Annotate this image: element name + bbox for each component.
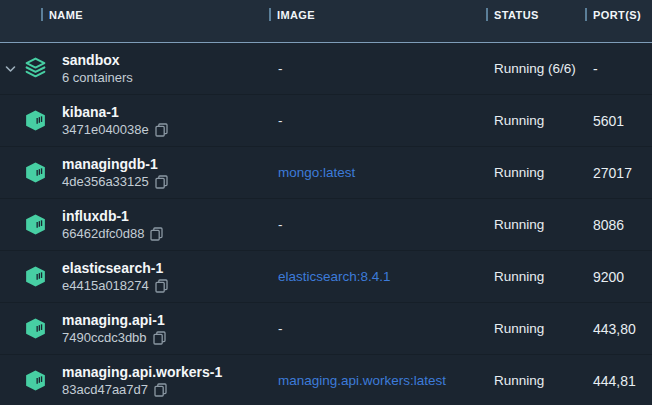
container-id: 4de356a33125 (62, 173, 149, 191)
name-block: managing.api-1 7490ccdc3dbb (62, 311, 166, 347)
row-type-icon (22, 56, 48, 82)
ports-cell: - (593, 61, 652, 77)
ports-cell: 443,80 (593, 321, 652, 337)
copy-icon[interactable] (155, 175, 168, 189)
column-header-image-label: IMAGE (277, 9, 315, 21)
container-name: sandbox (62, 51, 133, 69)
image-cell[interactable]: elasticsearch:8.4.1 (278, 269, 494, 284)
table-row[interactable]: managing.api-1 7490ccdc3dbb - Running 44… (0, 303, 652, 355)
ports-cell: 444,81 (593, 373, 652, 389)
status-cell: Running (494, 321, 593, 336)
column-header-ports[interactable]: PORT(S) (585, 8, 641, 21)
container-id: e4415a018274 (62, 277, 149, 295)
ports-cell: 27017 (593, 165, 652, 181)
copy-icon[interactable] (153, 331, 166, 345)
name-block: sandbox 6 containers (62, 51, 133, 87)
status-cell: Running (494, 373, 593, 388)
status-cell: Running (494, 113, 593, 128)
column-divider (269, 8, 271, 21)
name-cell: sandbox 6 containers (0, 43, 278, 94)
image-cell[interactable]: managing.api.workers:latest (278, 373, 494, 388)
row-type-icon (22, 316, 48, 342)
table-row[interactable]: elasticsearch-1 e4415a018274 elasticsear… (0, 251, 652, 303)
container-id: 7490ccdc3dbb (62, 329, 147, 347)
column-header-status[interactable]: STATUS (486, 8, 539, 21)
copy-icon[interactable] (150, 227, 163, 241)
image-cell: - (278, 61, 494, 76)
container-icon (23, 160, 48, 185)
name-block: elasticsearch-1 e4415a018274 (62, 259, 168, 295)
column-header-name[interactable]: NAME (41, 8, 83, 21)
status-cell: Running (494, 269, 593, 284)
table-row[interactable]: kibana-1 3471e040038e - Running 5601 (0, 95, 652, 147)
image-cell: - (278, 217, 494, 232)
container-name: elasticsearch-1 (62, 259, 168, 277)
container-icon (23, 316, 48, 341)
name-cell: kibana-1 3471e040038e (0, 95, 278, 146)
name-cell: influxdb-1 66462dfc0d88 (0, 199, 278, 250)
column-divider (486, 8, 488, 21)
row-type-icon (22, 108, 48, 134)
column-header-ports-label: PORT(S) (593, 9, 641, 21)
container-name: managing.api-1 (62, 311, 166, 329)
table-row[interactable]: sandbox 6 containers - Running (6/6) - (0, 43, 652, 95)
ports-cell: 9200 (593, 269, 652, 285)
name-cell: managingdb-1 4de356a33125 (0, 147, 278, 198)
container-id: 66462dfc0d88 (62, 225, 144, 243)
container-icon (23, 108, 48, 133)
image-cell: - (278, 321, 494, 336)
container-id: 3471e040038e (62, 121, 149, 139)
name-cell: managing.api.workers-1 83acd47aa7d7 (0, 355, 278, 405)
table-header: NAME IMAGE STATUS PORT(S) (0, 0, 652, 43)
status-cell: Running (494, 165, 593, 180)
copy-icon[interactable] (155, 279, 168, 293)
containers-table-body: sandbox 6 containers - Running (6/6) - (0, 43, 652, 405)
column-divider (585, 8, 587, 21)
name-cell: elasticsearch-1 e4415a018274 (0, 251, 278, 302)
name-block: influxdb-1 66462dfc0d88 (62, 207, 163, 243)
table-row[interactable]: managing.api.workers-1 83acd47aa7d7 mana… (0, 355, 652, 405)
column-header-name-label: NAME (49, 9, 83, 21)
chevron-down-icon[interactable] (5, 65, 16, 73)
copy-icon[interactable] (155, 123, 168, 137)
table-row[interactable]: managingdb-1 4de356a33125 mongo:latest R… (0, 147, 652, 199)
container-id: 83acd47aa7d7 (62, 381, 148, 399)
row-type-icon (22, 160, 48, 186)
image-cell: - (278, 113, 494, 128)
column-header-status-label: STATUS (494, 9, 539, 21)
container-icon (23, 368, 48, 393)
containers-table: NAME IMAGE STATUS PORT(S) (0, 0, 652, 405)
container-id: 6 containers (62, 69, 133, 87)
status-cell: Running (6/6) (494, 61, 593, 76)
container-name: managing.api.workers-1 (62, 363, 222, 381)
copy-icon[interactable] (154, 383, 167, 397)
name-block: managing.api.workers-1 83acd47aa7d7 (62, 363, 222, 399)
name-block: kibana-1 3471e040038e (62, 103, 168, 139)
row-type-icon (22, 212, 48, 238)
image-cell[interactable]: mongo:latest (278, 165, 494, 180)
stack-icon (23, 56, 48, 81)
container-icon (23, 212, 48, 237)
container-name: managingdb-1 (62, 155, 168, 173)
container-name: influxdb-1 (62, 207, 163, 225)
name-cell: managing.api-1 7490ccdc3dbb (0, 303, 278, 354)
name-block: managingdb-1 4de356a33125 (62, 155, 168, 191)
ports-cell: 5601 (593, 113, 652, 129)
container-name: kibana-1 (62, 103, 168, 121)
row-type-icon (22, 264, 48, 290)
ports-cell: 8086 (593, 217, 652, 233)
status-cell: Running (494, 217, 593, 232)
container-icon (23, 264, 48, 289)
row-type-icon (22, 368, 48, 394)
column-divider (41, 8, 43, 21)
table-row[interactable]: influxdb-1 66462dfc0d88 - Running 8086 (0, 199, 652, 251)
column-header-image[interactable]: IMAGE (269, 8, 315, 21)
